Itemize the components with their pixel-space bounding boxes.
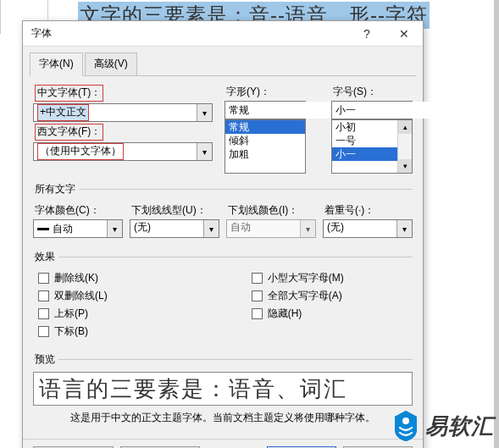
strike-checkbox[interactable]: 删除线(K) — [38, 271, 108, 285]
emphasis-combo[interactable]: (无) ▾ — [323, 219, 413, 238]
subscript-checkbox[interactable]: 下标(B) — [38, 324, 108, 339]
dialog-body: 中文字体(T)： +中文正文 ▾ 西文字体(F)： （使用中文字体） ▾ 字形(… — [23, 76, 423, 439]
close-button[interactable]: ✕ — [385, 21, 423, 47]
dstrike-checkbox[interactable]: 双删除线(L) — [38, 289, 108, 303]
scroll-track[interactable] — [398, 134, 412, 159]
font-dialog: 字体 ? ✕ 字体(N) 高级(V) 中文字体(T)： +中文正文 ▾ 西文字体… — [22, 20, 424, 448]
style-input[interactable] — [225, 101, 306, 119]
list-item[interactable]: 一号 — [332, 134, 397, 147]
underline-style-combo[interactable]: (无) ▾ — [130, 219, 219, 238]
underline-color-label: 下划线颜色(I)： — [226, 202, 316, 219]
west-font-combo[interactable]: （使用中文字体） ▾ — [33, 142, 213, 161]
chevron-down-icon[interactable]: ▾ — [300, 220, 315, 237]
font-color-label: 字体颜色(C)： — [33, 202, 123, 219]
chevron-down-icon[interactable]: ▾ — [107, 220, 122, 237]
list-item[interactable]: 倾斜 — [225, 134, 305, 147]
all-text-group: 所有文字 字体颜色(C)： 自动 ▾ 下划线线型(U)： (无) ▾ — [33, 182, 413, 241]
chevron-down-icon[interactable]: ▾ — [396, 220, 412, 237]
right-margin — [494, 0, 499, 448]
list-item[interactable]: 常规 — [225, 120, 305, 134]
font-color-combo[interactable]: 自动 ▾ — [33, 219, 123, 238]
chevron-down-icon[interactable]: ▾ — [197, 143, 212, 160]
cn-font-combo[interactable]: +中文正文 ▾ — [33, 103, 213, 122]
logo-icon — [391, 409, 420, 443]
preview-box: 语言的三要素是：语音、词汇 — [33, 372, 413, 406]
all-text-legend: 所有文字 — [35, 182, 79, 196]
size-field[interactable] — [332, 102, 466, 119]
size-input[interactable] — [331, 101, 413, 119]
list-item[interactable]: 小初 — [332, 120, 397, 134]
list-item[interactable]: 小一 — [332, 147, 397, 161]
style-label: 字形(Y)： — [225, 83, 306, 101]
size-label: 字号(S)： — [331, 83, 413, 101]
effects-group: 效果 删除线(K) 双删除线(L) 上标(P) 下标(B) 小型大写字母(M) … — [33, 250, 413, 344]
hidden-checkbox[interactable]: 隐藏(H) — [252, 307, 344, 321]
preview-note: 这是用于中文的正文主题字体。当前文档主题定义将使用哪种字体。 — [33, 406, 413, 427]
titlebar: 字体 ? ✕ — [23, 21, 423, 47]
west-font-label: 西文字体(F)： — [33, 122, 213, 142]
scrollbar[interactable]: ▴ ▾ — [397, 120, 412, 173]
size-listbox[interactable]: 小初 一号 小一 ▴ ▾ — [331, 119, 413, 174]
button-bar: 设为默认值(D) 文字效果(E)… 确定 取消 — [23, 439, 423, 448]
underline-color-combo[interactable]: 自动 ▾ — [226, 219, 316, 238]
preview-group: 预览 语言的三要素是：语音、词汇 这是用于中文的正文主题字体。当前文档主题定义将… — [33, 352, 413, 430]
chevron-down-icon[interactable]: ▾ — [203, 220, 219, 237]
preview-legend: 预览 — [35, 352, 58, 367]
emphasis-label: 着重号(·)： — [323, 202, 413, 219]
smallcaps-checkbox[interactable]: 小型大写字母(M) — [252, 271, 344, 285]
effects-legend: 效果 — [35, 250, 58, 264]
style-listbox[interactable]: 常规 倾斜 加粗 — [225, 119, 306, 174]
watermark-logo: 易软汇 — [391, 409, 494, 443]
dialog-title: 字体 — [31, 26, 348, 41]
logo-text: 易软汇 — [425, 412, 494, 441]
tabs: 字体(N) 高级(V) — [23, 47, 423, 75]
font-selection-row: 中文字体(T)： +中文正文 ▾ 西文字体(F)： （使用中文字体） ▾ 字形(… — [33, 83, 413, 174]
list-item[interactable]: 加粗 — [225, 147, 305, 161]
scroll-up-icon[interactable]: ▴ — [398, 120, 412, 134]
help-button[interactable]: ? — [348, 21, 385, 47]
svg-point-0 — [402, 418, 409, 424]
allcaps-checkbox[interactable]: 全部大写字母(A) — [252, 289, 344, 303]
scroll-down-icon[interactable]: ▾ — [398, 159, 412, 173]
underline-style-label: 下划线线型(U)： — [130, 202, 219, 219]
chevron-down-icon[interactable]: ▾ — [197, 104, 212, 121]
cn-font-label: 中文字体(T)： — [33, 83, 213, 103]
superscript-checkbox[interactable]: 上标(P) — [38, 307, 108, 321]
color-swatch-icon — [37, 228, 49, 230]
tab-advanced[interactable]: 高级(V) — [85, 53, 137, 76]
tab-font[interactable]: 字体(N) — [30, 53, 83, 76]
